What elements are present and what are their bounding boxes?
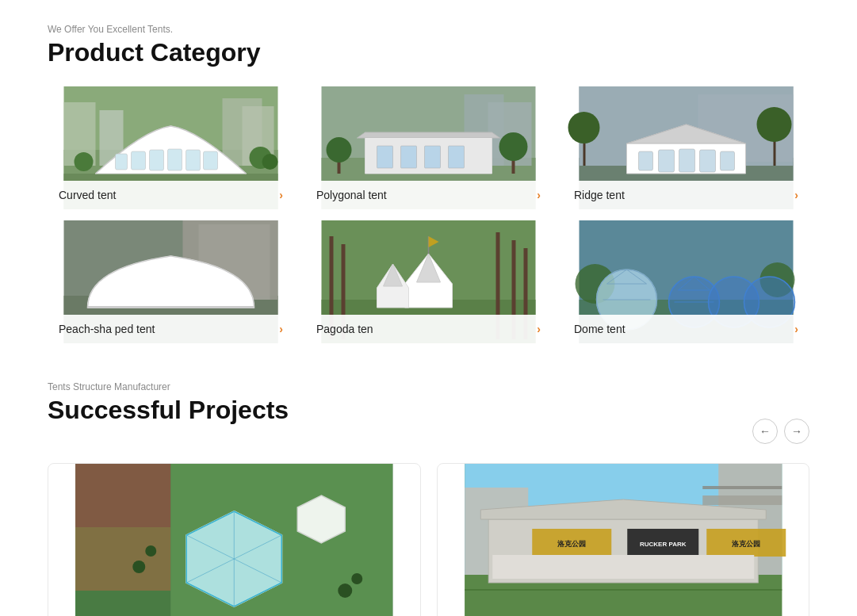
product-name-curved-tent: Curved tent: [59, 189, 116, 201]
product-card-ridge-tent[interactable]: Ridge tent ›: [563, 86, 809, 209]
svg-rect-7: [116, 154, 128, 170]
svg-rect-45: [721, 151, 735, 170]
svg-rect-12: [204, 151, 218, 170]
product-arrow-pagoda-tent: ›: [537, 323, 541, 335]
product-category-title: Product Category: [48, 38, 809, 67]
product-card-peach-tent[interactable]: Peach-sha ped tent ›: [48, 220, 294, 343]
projects-header-text: Tents Structure Manufacturer Successful …: [48, 381, 289, 444]
svg-point-38: [757, 107, 792, 142]
projects-next-button[interactable]: →: [784, 419, 809, 444]
product-name-polygonal-tent: Polygonal tent: [316, 189, 387, 201]
svg-rect-9: [150, 150, 164, 170]
svg-rect-24: [401, 146, 417, 168]
svg-rect-113: [492, 555, 754, 579]
svg-rect-8: [132, 151, 146, 170]
svg-point-28: [327, 137, 352, 163]
svg-rect-23: [377, 146, 393, 168]
projects-nav: ← →: [752, 419, 809, 444]
project-card-basketball: 洛克公园 RUCKER PARK 洛克公园 Rock Outdoor Baske…: [437, 463, 810, 616]
svg-rect-43: [679, 149, 695, 172]
projects-grid: Pentagonal Herringbone Canopy This proje…: [48, 463, 809, 616]
product-arrow-ridge-tent: ›: [794, 189, 798, 201]
svg-point-98: [338, 583, 352, 598]
svg-point-96: [132, 561, 145, 573]
svg-rect-10: [168, 149, 182, 170]
svg-point-15: [262, 154, 278, 170]
product-arrow-curved-tent: ›: [279, 189, 283, 201]
svg-rect-115: [702, 486, 782, 489]
product-arrow-dome-tent: ›: [794, 323, 798, 335]
svg-rect-50: [88, 306, 254, 308]
svg-point-97: [145, 545, 156, 557]
product-arrow-polygonal-tent: ›: [537, 189, 541, 201]
arrow-left-icon: ←: [759, 425, 771, 438]
svg-rect-26: [449, 146, 465, 168]
product-category-label: We Offer You Excellent Tents.: [48, 24, 809, 35]
product-card-polygonal-tent[interactable]: Polygonal tent ›: [305, 86, 552, 209]
product-card-pagoda-tent[interactable]: Pagoda ten ›: [305, 220, 552, 343]
svg-rect-41: [639, 151, 653, 170]
product-name-dome-tent: Dome tent: [574, 323, 626, 335]
svg-point-13: [75, 152, 94, 171]
svg-rect-42: [659, 150, 675, 172]
product-grid: Curved tent › Poly: [48, 86, 809, 343]
svg-text:洛克公园: 洛克公园: [557, 540, 586, 548]
projects-title: Successful Projects: [48, 396, 289, 425]
projects-label: Tents Structure Manufacturer: [48, 381, 289, 392]
svg-point-36: [568, 112, 600, 143]
svg-rect-116: [465, 589, 782, 591]
product-arrow-peach-tent: ›: [279, 323, 283, 335]
svg-marker-21: [358, 132, 500, 138]
product-card-curved-tent[interactable]: Curved tent ›: [48, 86, 294, 209]
product-card-label-peach-tent[interactable]: Peach-sha ped tent ›: [48, 315, 294, 343]
svg-rect-44: [700, 150, 716, 172]
product-name-peach-tent: Peach-sha ped tent: [59, 323, 155, 335]
project-card-pentagonal: Pentagonal Herringbone Canopy This proje…: [48, 463, 421, 616]
arrow-right-icon: →: [791, 425, 802, 438]
product-name-pagoda-tent: Pagoda ten: [316, 323, 373, 335]
svg-text:RUCKER PARK: RUCKER PARK: [639, 541, 686, 548]
svg-rect-88: [75, 464, 170, 616]
svg-point-30: [499, 132, 528, 161]
product-name-ridge-tent: Ridge tent: [574, 189, 625, 201]
svg-rect-114: [702, 495, 782, 505]
product-card-dome-tent[interactable]: Dome tent ›: [563, 220, 809, 343]
product-card-label-polygonal-tent[interactable]: Polygonal tent ›: [305, 181, 552, 209]
product-card-label-pagoda-tent[interactable]: Pagoda ten ›: [305, 315, 552, 343]
svg-rect-11: [186, 150, 201, 170]
projects-header: Tents Structure Manufacturer Successful …: [48, 381, 809, 444]
svg-text:洛克公园: 洛克公园: [732, 540, 760, 548]
product-card-label-dome-tent[interactable]: Dome tent ›: [563, 315, 809, 343]
product-card-label-curved-tent[interactable]: Curved tent ›: [48, 181, 294, 209]
product-card-label-ridge-tent[interactable]: Ridge tent ›: [563, 181, 809, 209]
svg-point-99: [351, 573, 362, 584]
projects-prev-button[interactable]: ←: [752, 419, 778, 444]
svg-rect-25: [425, 146, 441, 168]
